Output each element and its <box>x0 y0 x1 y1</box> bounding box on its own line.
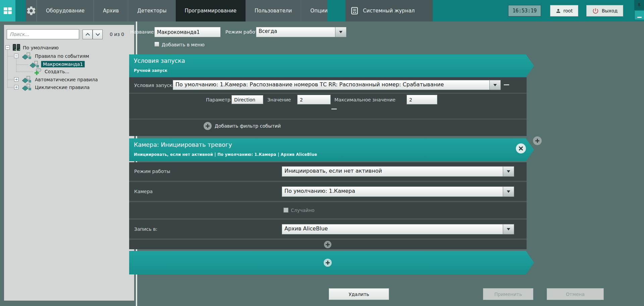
add-filter-label: Добавить фильтр событий <box>215 123 281 129</box>
action-mode-value: Инициировать, если нет активной <box>282 167 503 176</box>
application-window: Оборудование Архив Детекторы Программиро… <box>0 0 644 306</box>
logout-button[interactable]: Выход <box>586 5 623 16</box>
minimize-icon <box>637 17 642 18</box>
action-title: Камера: Инициировать тревогу <box>134 141 232 148</box>
max-value-input[interactable] <box>407 95 437 104</box>
tab-label: Опции <box>310 8 327 14</box>
dropdown-arrow-button[interactable] <box>503 187 514 196</box>
create-icon <box>34 68 42 75</box>
tree-item-cyclic-rules[interactable]: Циклические правила <box>35 84 90 91</box>
clock-display: 16:53:19 <box>508 5 541 16</box>
camera-select[interactable]: По умолчанию: 1.Камера <box>282 186 514 197</box>
action-panel: Режим работы Инициировать, если нет акти… <box>129 162 527 249</box>
grid-icon <box>4 7 12 14</box>
search-input[interactable] <box>7 29 79 39</box>
cancel-button[interactable]: Отмена <box>547 288 604 300</box>
dropdown-arrow-icon <box>507 190 510 193</box>
operation-mode-select[interactable]: Всегда <box>256 27 346 37</box>
time-value: 16:53:19 <box>513 8 537 14</box>
tree-item-default-server[interactable]: По умолчанию <box>23 44 59 51</box>
tree-connector <box>7 87 13 88</box>
record-to-label: Запись в: <box>134 226 157 232</box>
add-filter-row: Добавить фильтр событий <box>129 120 527 136</box>
action-mode-row: Режим работы Инициировать, если нет акти… <box>129 162 527 181</box>
current-user-button[interactable]: root <box>550 5 578 16</box>
rule-icon <box>21 76 32 83</box>
action-mode-label: Режим работы <box>134 169 170 174</box>
system-log-label: Системный журнал <box>363 8 415 14</box>
tree-item-create-macro[interactable]: Создать... <box>45 68 69 75</box>
dropdown-arrow-button[interactable] <box>503 167 514 176</box>
tab-label: Программирование <box>185 8 236 14</box>
record-to-row: Запись в: Архив AliceBlue <box>129 220 527 238</box>
user-name: root <box>563 8 573 13</box>
logout-label: Выход <box>602 8 618 13</box>
random-checkbox[interactable] <box>283 208 288 213</box>
archive-value: Архив AliceBlue <box>282 224 503 234</box>
expander-cyclic-rules[interactable]: + <box>14 85 18 89</box>
search-counter: 0 из 0 <box>110 32 124 37</box>
remove-parameter-button[interactable] <box>331 108 337 110</box>
parameter-label: Параметр <box>206 97 230 102</box>
action-section-header[interactable]: Камера: Инициировать тревогу Инициироват… <box>129 138 534 161</box>
action-mode-select[interactable]: Инициировать, если нет активной <box>282 166 514 177</box>
tab-equipment[interactable]: Оборудование <box>37 0 94 21</box>
add-action-footer-button[interactable] <box>324 259 332 267</box>
pin-icon <box>637 3 642 8</box>
conditions-section-header[interactable]: Условия запуска Ручной запуск <box>129 54 534 77</box>
remove-condition-button[interactable] <box>504 84 509 85</box>
settings-button[interactable] <box>26 0 37 21</box>
expander-event-rules[interactable]: − <box>14 54 18 58</box>
condition-event-row: Условия запуска По умолчанию: 1.Камера: … <box>129 77 527 93</box>
tab-archive[interactable]: Архив <box>94 0 128 21</box>
main-menu-button[interactable] <box>0 0 15 21</box>
add-parameter-row <box>129 240 527 249</box>
add-action-button[interactable] <box>533 136 542 145</box>
pin-toolbar-button[interactable] <box>634 0 644 10</box>
tab-users[interactable]: Пользователи <box>246 0 301 21</box>
dropdown-arrow-icon <box>507 170 510 173</box>
tab-detectors[interactable]: Детекторы <box>128 0 175 21</box>
tab-label: Детекторы <box>137 8 166 14</box>
event-type-select[interactable]: По умолчанию: 1.Камера: Распознавание но… <box>173 80 501 90</box>
tab-options[interactable]: Опции <box>301 0 336 21</box>
rule-icon <box>29 61 39 68</box>
power-icon <box>592 7 599 14</box>
tab-label: Архив <box>103 8 119 14</box>
add-filter-button[interactable] <box>204 122 212 130</box>
tab-system-log[interactable]: Системный журнал <box>345 0 433 21</box>
tab-programming[interactable]: Программирование <box>176 0 246 21</box>
search-next-button[interactable] <box>93 30 103 39</box>
apply-button[interactable]: Применить <box>483 288 533 300</box>
value-input[interactable] <box>297 95 331 104</box>
dropdown-arrow-button[interactable] <box>489 80 500 90</box>
dropdown-arrow-button[interactable] <box>503 224 514 234</box>
delete-button[interactable]: Удалить <box>329 288 389 300</box>
archive-select[interactable]: Архив AliceBlue <box>282 224 514 234</box>
macro-name-input[interactable] <box>154 27 221 37</box>
gear-icon <box>26 5 37 16</box>
event-type-value: По умолчанию: 1.Камера: Распознавание но… <box>173 80 489 90</box>
tree-item-automatic-rules[interactable]: Автоматические правила <box>35 76 98 83</box>
tree-connector <box>7 50 8 87</box>
camera-row: Камера По умолчанию: 1.Камера <box>129 182 527 201</box>
remove-action-button[interactable] <box>516 143 526 154</box>
collapse-toolbar-button[interactable] <box>635 11 644 19</box>
dropdown-arrow-icon <box>493 84 497 86</box>
tree-item-macro1[interactable]: Макрокоманда1 <box>41 61 85 68</box>
parameter-input[interactable] <box>231 95 263 104</box>
search-prev-button[interactable] <box>83 30 93 39</box>
expander-default-server[interactable]: − <box>5 45 10 50</box>
add-action-footer <box>129 251 534 274</box>
add-to-menu-checkbox[interactable] <box>154 42 159 47</box>
random-row: Случайно <box>129 202 527 218</box>
operation-mode-value: Всегда <box>256 27 335 37</box>
expander-automatic-rules[interactable]: + <box>14 77 18 82</box>
tree-connector <box>7 56 13 56</box>
add-row-button[interactable] <box>324 241 331 248</box>
tree-item-event-rules[interactable]: Правила по событиям <box>35 53 89 59</box>
name-label: Название: <box>130 29 155 35</box>
chevron-up-icon <box>86 33 90 37</box>
dropdown-arrow-button[interactable] <box>335 27 346 37</box>
tab-label: Оборудование <box>46 8 85 14</box>
